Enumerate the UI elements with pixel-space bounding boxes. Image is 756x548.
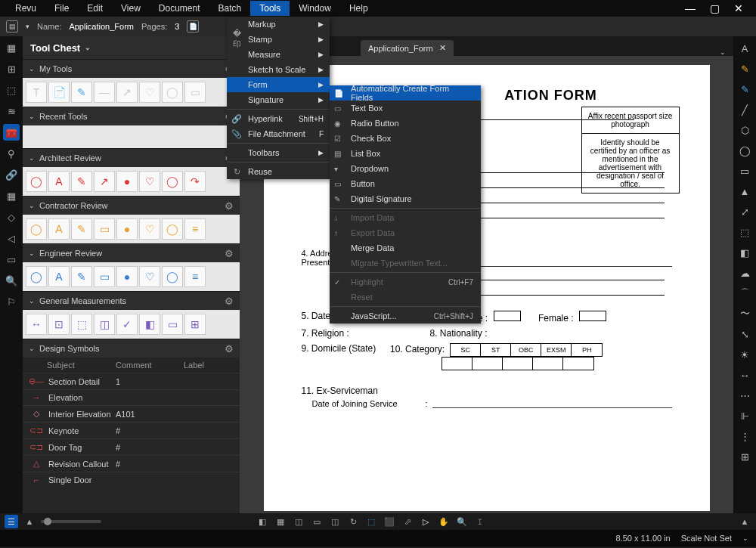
table-row[interactable]: ⊂⊐Door Tag# [23,438,240,455]
close-button[interactable]: ✕ [733,3,744,14]
table-row[interactable]: →Elevation [23,389,240,405]
tool-swatch[interactable]: ● [116,218,138,240]
menu-item-hyperlink[interactable]: 🔗HyperlinkShift+H [227,111,330,126]
section-header[interactable]: ⌄Architect Review⚙ [23,149,240,167]
menu-revu[interactable]: Revu [6,1,45,16]
crop-icon[interactable]: ⬚ [737,224,752,240]
menu-document[interactable]: Document [150,1,209,16]
menu-item-sketch-to-scale[interactable]: Sketch to Scale▶ [227,62,330,77]
document-tab[interactable]: Application_Form ✕ [361,40,454,56]
tool-swatch[interactable]: ↗ [94,171,115,192]
tool-swatch[interactable]: A [48,218,70,240]
submenu-item-text-box[interactable]: ▭Text Box [330,101,481,116]
fit-icon[interactable]: ▭ [310,515,324,528]
tool-swatch[interactable]: ♡ [139,266,160,287]
tool-swatch[interactable]: ✓ [116,314,138,335]
tool-swatch[interactable]: ✎ [71,266,92,287]
scale-icon[interactable]: ◁ [3,230,20,246]
tool-swatch[interactable]: ≡ [184,266,206,287]
rect-icon[interactable]: ▭ [737,163,752,178]
tool-swatch[interactable]: ◯ [162,171,183,192]
menu-file[interactable]: File [45,1,78,16]
tool-swatch[interactable]: ◯ [162,218,183,240]
line-icon[interactable]: ╱ [737,102,752,117]
female-box[interactable] [579,311,606,321]
circle-icon[interactable]: ◯ [737,143,752,158]
app-icon[interactable]: ⊞ [3,60,20,77]
toolchest-icon[interactable]: 🧰 [3,124,20,141]
section-design-symbols[interactable]: ⌄Design Symbols ⚙ [23,339,240,358]
gear-icon[interactable]: ⚙ [225,296,234,307]
color-icon[interactable]: ▲ [737,184,752,199]
submenu-item-merge-data[interactable]: Merge Data [330,240,481,255]
tool-swatch[interactable]: T [26,82,47,103]
menu-view[interactable]: View [112,1,150,16]
callout-icon[interactable]: ◧ [737,245,752,260]
scale-status[interactable]: Scale Not Set [681,534,732,543]
doc-icon[interactable]: ▤ [6,20,18,33]
point-icon[interactable]: ☀ [737,347,752,362]
tool-swatch[interactable]: ↔ [26,314,47,335]
tool-swatch[interactable]: ⬚ [71,314,92,335]
up-icon[interactable]: ▲ [23,515,36,528]
tool-swatch[interactable]: ◯ [162,266,183,287]
hand-icon[interactable]: ✋ [437,515,451,528]
cloud-icon[interactable]: ☁ [737,265,752,280]
tool-swatch[interactable]: ↗ [116,82,138,103]
maximize-button[interactable]: ▢ [709,3,720,14]
submenu-item-digital-signature[interactable]: ✎Digital Signature [330,191,481,206]
tool-swatch[interactable]: ▭ [184,82,206,103]
dash-icon[interactable]: ⊩ [737,408,752,423]
tool-swatch[interactable]: ✎ [71,171,92,192]
tool-swatch[interactable]: ↷ [184,171,206,192]
tool-swatch[interactable]: ◯ [26,218,47,240]
ibeam-icon[interactable]: 𝙸 [473,515,487,528]
menu-item-stamp[interactable]: �印Stamp▶ [227,32,330,47]
tool-swatch[interactable]: ● [116,171,138,192]
tool-swatch[interactable]: ◧ [139,314,160,335]
menu-item-reuse[interactable]: ↻Reuse [227,164,330,179]
count-icon[interactable]: ⋮ [737,429,752,444]
menu-item-signature[interactable]: Signature▶ [227,92,330,107]
tool-swatch[interactable]: ▭ [94,266,115,287]
submenu-item-radio-button[interactable]: ◉Radio Button [330,116,481,131]
stack-icon[interactable]: ≋ [3,103,20,119]
text-icon[interactable]: A [737,41,752,56]
tool-swatch[interactable]: A [48,171,70,192]
submenu-item-check-box[interactable]: ☑Check Box [330,131,481,146]
grid-icon[interactable]: ▦ [3,39,20,56]
up2-icon[interactable]: ▲ [738,515,751,528]
tool-swatch[interactable]: ✎ [71,218,92,240]
close-tab-icon[interactable]: ✕ [439,43,446,53]
page-nav-icon[interactable]: ▭ [3,251,20,268]
menu-help[interactable]: Help [340,1,377,16]
table-row[interactable]: ⌐Single Door [23,472,240,488]
sel2-icon[interactable]: ⬛ [383,515,396,528]
submenu-item-dropdown[interactable]: ▾Dropdown [330,161,481,176]
section-header[interactable]: ⌄My Tools⚙ [23,60,240,78]
shape-icon[interactable]: ◇ [3,209,20,225]
submenu-item-automatically-create-form-fields[interactable]: 📄Automatically Create Form Fields [330,85,481,101]
shape2-icon[interactable]: ⬡ [737,122,752,138]
tab-overflow-icon[interactable]: ⌄ [720,48,726,56]
tool-swatch[interactable]: ⊞ [184,314,206,335]
tool-swatch[interactable]: — [94,82,115,103]
layers-icon[interactable]: ⬚ [3,82,20,98]
marker-icon[interactable]: ⚲ [3,145,20,162]
tool-swatch[interactable]: ▭ [94,218,115,240]
dropper-icon[interactable]: ⤢ [737,204,752,219]
tool-swatch[interactable]: 📄 [48,82,70,103]
rotate-icon[interactable]: ↻ [346,515,360,528]
tool-swatch[interactable]: ◯ [26,171,47,192]
table-row[interactable]: ◇Interior ElevationA101 [23,405,240,422]
tool-swatch[interactable]: A [48,266,70,287]
submenu-item-button[interactable]: ▭Button [330,176,481,191]
tool-swatch[interactable]: ◯ [162,82,183,103]
grid2-icon[interactable]: ⊞ [737,449,752,464]
flag-icon[interactable]: ⚐ [3,293,20,310]
tool-swatch[interactable]: ♡ [139,171,160,192]
chevron-down-icon[interactable]: ⌄ [742,534,748,542]
tool-swatch[interactable]: ◯ [26,266,47,287]
tool-swatch[interactable]: ◫ [94,314,115,335]
zoom-icon[interactable]: 🔍 [455,515,469,528]
